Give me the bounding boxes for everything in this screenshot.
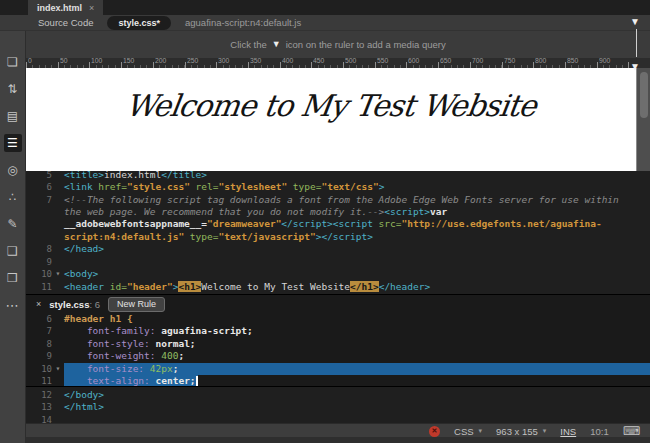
scrollbar-thumb[interactable] [640,72,648,118]
ruler-tick-label: 300 [218,58,229,65]
close-quick-edit-icon[interactable]: × [36,299,41,309]
ruler-tick-label: 0 [28,58,32,65]
find-replace-icon[interactable]: ◎ [4,161,22,179]
code-line[interactable]: 6<link href="style.css" rel="stylesheet"… [26,181,650,193]
ruler-tick-label: 350 [250,58,261,65]
code-view[interactable]: 5<title>index.html</title>6<link href="s… [26,171,650,294]
tab-label: index.html [37,3,82,13]
apply-comment-icon[interactable]: ❑ [4,242,22,260]
code-line[interactable]: 11<header id="header"><h1>Welcome to My … [26,281,650,293]
language-mode-label: CSS [454,426,474,437]
media-query-hint: Click the ▼ icon on the ruler to add a m… [26,31,650,58]
ruler-tick-label: 750 [504,58,515,65]
live-view: Welcome to My Test Website [26,68,650,170]
line-number-gutter [26,218,64,230]
code-line[interactable]: script:n4:default.js" type="text/javascr… [26,231,650,243]
dreamweaver-window: index.html × Source Code style.css* agua… [0,0,650,443]
ruler-tick-label: 600 [408,58,419,65]
code-format-icon[interactable]: ✎ [4,215,22,233]
media-query-ruler-icon[interactable]: ▼ [630,61,640,72]
line-number-gutter: 11 [26,281,64,293]
error-indicator-icon[interactable]: ✕ [429,426,440,437]
code-line[interactable]: 11 text-align: center; [26,375,650,387]
media-query-line [636,29,637,57]
document-tab-bar: index.html × [0,0,650,15]
window-size-label: 963 x 155 [496,426,538,437]
quick-edit-file-ref[interactable]: style.css: 6 [49,299,100,310]
live-view-scrollbar[interactable] [637,68,650,170]
editor-content: Click the ▼ icon on the ruler to add a m… [26,31,650,443]
window-size-dropdown[interactable]: 963 x 155 ▾ [496,426,546,437]
extract-icon[interactable]: ∴ [4,188,22,206]
quick-edit-line-ref: : 6 [89,299,100,310]
related-file-source-code[interactable]: Source Code [38,17,93,28]
ruler-tick-label: 250 [187,58,198,65]
code-line[interactable]: 6#header h1 { [26,313,650,325]
code-line[interactable]: 8</head> [26,243,650,255]
close-tab-icon[interactable]: × [89,3,94,13]
code-line[interactable]: 13</html> [26,401,650,413]
code-line[interactable]: 10▾ font-size: 42px; [26,363,650,375]
ruler-tick-label: 150 [123,58,134,65]
insert-mode-toggle[interactable]: INS [560,426,576,437]
remove-comment-icon[interactable]: ❒ [4,269,22,287]
fold-arrow-icon[interactable]: ▾ [52,268,64,280]
live-view-page: Welcome to My Test Website [26,68,637,170]
language-mode-dropdown[interactable]: CSS ▾ [454,426,482,437]
code-line[interactable]: __adobewebfontsappname__="dreamweaver"</… [26,218,650,230]
code-line[interactable]: 7<!--The following script tag downloads … [26,194,650,206]
line-number-gutter: 6 [26,313,64,325]
ruler-tick-label: 100 [91,58,102,65]
code-line[interactable]: 8 font-style: normal; [26,338,650,350]
keyboard-icon[interactable]: ⌨ [623,424,640,438]
ruler-tick-label: 850 [567,58,578,65]
media-query-triangle-icon: ▼ [272,39,281,49]
line-number-gutter: 11 [26,375,64,387]
text-caret [196,376,198,386]
ruler-tick-label: 200 [155,58,166,65]
code-line[interactable]: 7 font-family: aguafina-script; [26,325,650,337]
code-line[interactable]: the web page. We recommend that you do n… [26,206,650,218]
line-number-gutter: 8 [26,338,64,350]
ruler-tick-label: 650 [440,58,451,65]
live-heading[interactable]: Welcome to My Test Website [124,88,539,123]
line-number-gutter: 7 [26,194,64,206]
line-number-gutter: 8 [26,243,64,255]
cursor-position: 10:1 [590,426,609,437]
ruler-tick-label: 50 [60,58,68,65]
live-view-options-icon[interactable]: ▤ [4,107,22,125]
line-number-gutter: 7 [26,325,64,337]
file-management-icon[interactable]: ⇅ [4,80,22,98]
chevron-down-icon: ▾ [479,427,483,435]
related-file-style-css[interactable]: style.css* [107,16,171,30]
code-line[interactable]: 5<title>index.html</title> [26,171,650,181]
line-number-gutter: 9 [26,350,64,362]
line-number-gutter: 9 [26,256,64,268]
code-line[interactable]: 9 [26,256,650,268]
related-files-bar: Source Code style.css* aguafina-script:n… [0,15,650,31]
more-tools-icon[interactable]: ⋯ [4,296,22,314]
media-query-handle-icon[interactable]: ▼ [630,16,640,27]
code-line[interactable]: 9 font-weight: 400; [26,350,650,362]
ruler-tick-label: 550 [377,58,388,65]
format-source-icon[interactable]: ☰ [4,134,22,152]
line-number-gutter [26,231,64,243]
ruler-tick-label: 400 [282,58,293,65]
line-number-gutter [26,206,64,218]
ruler-tick-label: 500 [345,58,356,65]
ruler-tick-label: 800 [535,58,546,65]
tab-index-html[interactable]: index.html × [28,0,103,15]
new-rule-button[interactable]: New Rule [108,297,165,312]
line-number-gutter: 12 [26,389,64,401]
fold-arrow-icon[interactable]: ▾ [52,363,64,375]
open-documents-icon[interactable]: ❏ [4,53,22,71]
code-line[interactable]: 12</body> [26,389,650,401]
media-query-marker: ▼ ▼ [629,16,643,69]
related-file-aguafina-js[interactable]: aguafina-script:n4:default.js [185,17,301,28]
line-number-gutter: 5 [26,171,64,181]
ruler[interactable]: 0501001502002503003504004505005506006507… [26,58,650,69]
quick-edit-code[interactable]: 6#header h1 {7 font-family: aguafina-scr… [26,313,650,387]
hint-text-after: icon on the ruler to add a media query [286,39,446,50]
code-view-after[interactable]: 12</body>13</html>14 [26,387,650,423]
code-line[interactable]: 10▾<body> [26,268,650,280]
